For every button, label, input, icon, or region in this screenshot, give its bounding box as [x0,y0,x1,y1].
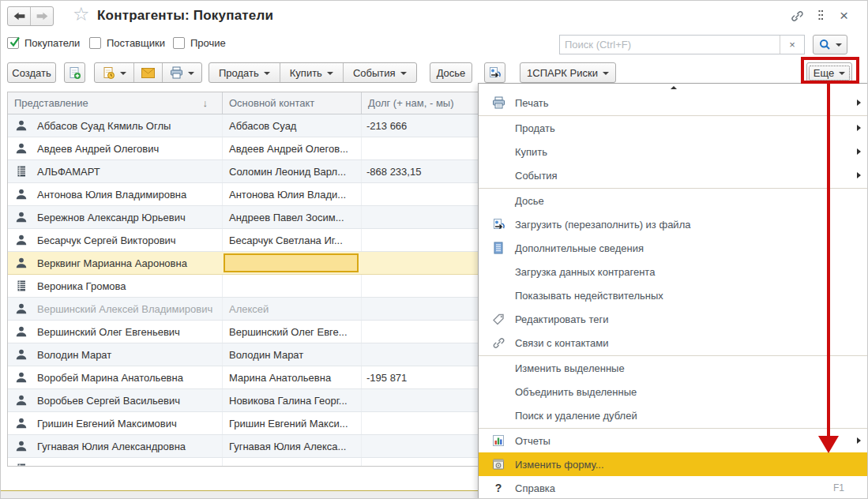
sell-button[interactable]: Продать [209,63,280,82]
cell-presentation[interactable]: Гришин Евгений Максимович [8,412,223,434]
forward-button[interactable] [31,7,53,25]
load-from-file-button[interactable] [484,62,505,83]
cell-presentation[interactable]: Бережнов Александр Юрьевич [8,206,223,228]
favorite-star-icon[interactable]: ☆ [73,3,90,25]
cell-presentation[interactable]: Вершинский Олег Евгеньевич [8,321,223,343]
filter-label: Покупатели [24,37,80,49]
events-button[interactable]: События [344,63,416,82]
cell-contact[interactable] [223,275,362,297]
menu-item-label: Загрузить (перезаполнить) из файла [515,219,690,231]
search-clear-button[interactable]: × [780,36,804,54]
filter-checkbox-2[interactable]: Поставщики [89,37,165,49]
row-name: Воробьев Сергей Васильевич [37,395,180,407]
menu-item[interactable]: Досье [479,189,868,212]
create-group-button[interactable] [64,62,85,83]
menu-item-label: Досье [515,195,544,207]
menu-item[interactable]: Изменить выделенные [479,356,868,380]
cell-presentation[interactable]: Авдеев Андрей Олегович [8,137,223,159]
menu-item[interactable]: Купить [479,140,868,163]
cell-contact[interactable] [223,252,362,274]
cell-contact[interactable]: Авдеев Андрей Олегов... [223,137,362,159]
cell-contact[interactable]: Володин Марат [223,343,362,366]
menu-scroll-up[interactable] [479,84,868,91]
cell-presentation[interactable]: Воробей Марина Анатольевна [8,366,223,388]
menu-item[interactable]: Объединить выделенные [479,380,868,403]
cell-contact[interactable]: Аббасов Суад [223,114,362,137]
cell-contact[interactable]: Новикова Галина Георг... [223,389,362,411]
cell-presentation[interactable]: АЛЬФАМАРТ [8,160,223,182]
back-button[interactable] [8,7,31,25]
search-button[interactable] [813,35,847,54]
menu-item[interactable]: Дополнительные сведения [479,236,868,260]
cell-contact[interactable]: Алексей [223,298,362,320]
cell-contact[interactable]: Антонова Юлия Влади... [223,183,362,205]
cell-contact[interactable] [223,458,362,467]
focused-cell[interactable] [224,253,359,272]
search-input[interactable] [560,36,780,54]
cell-presentation[interactable]: Вершинский Алексей Владимирович [8,298,223,320]
row-contact: Авдеев Андрей Олегов... [229,143,348,155]
print-button[interactable] [163,63,201,82]
dossier-button[interactable]: Досье [430,62,472,83]
cell-presentation[interactable]: Бесарчук Сергей Викторович [8,229,223,251]
menu-item[interactable]: Загрузить (перезаполнить) из файла [479,212,868,236]
menu-item[interactable]: ?СправкаF1 [479,476,868,499]
menu-item[interactable]: Поиск и удаление дублей [479,403,868,427]
filter-checkbox-3[interactable]: Прочие [173,37,226,49]
menu-item[interactable]: События [479,163,868,187]
menu-item[interactable]: Отчеты [479,429,868,452]
menu-item[interactable]: Продать [479,116,868,140]
close-icon[interactable]: × [840,7,848,24]
menu-item-label: Поиск и удаление дублей [515,410,637,422]
menu-item[interactable]: Связи с контактами [479,331,868,355]
row-contact: Вершинский Олег Евге... [229,326,348,338]
spark-risks-button[interactable]: 1СПАРК Риски [520,62,616,83]
checkbox-unchecked-icon[interactable] [173,37,185,49]
menu-item-icon-placeholder [491,121,505,135]
cell-presentation[interactable]: Вероника Громова [8,275,223,297]
menu-item[interactable]: Загрузка данных контрагента [479,260,868,283]
checkbox-checked-icon[interactable] [7,37,19,49]
filter-checkbox-1[interactable]: Покупатели [7,37,80,49]
menu-item[interactable]: Редактировать теги [479,307,868,331]
send-email-button[interactable] [134,63,163,82]
column-header-contact[interactable]: Основной контакт [223,92,362,114]
buy-button[interactable]: Купить [280,63,344,82]
menu-item[interactable]: Печать [479,91,868,114]
menu-item-icon-placeholder [491,408,505,422]
link-icon[interactable] [791,9,804,25]
checkbox-unchecked-icon[interactable] [89,37,101,49]
cell-contact[interactable]: Вершинский Олег Евге... [223,321,362,343]
cell-contact[interactable]: Бесарчук Светлана Иг... [223,229,362,251]
menu-item-icon-placeholder [491,361,505,375]
menu-item-label: Редактировать теги [515,313,608,325]
menu-item[interactable]: Показывать недействительных [479,283,868,307]
menu-item-label: Изменить форму... [515,459,604,471]
row-contact: Андреев Павел Зосим... [229,212,344,223]
cell-presentation[interactable]: Верквинг Марианна Аароновна [8,252,223,274]
cell-contact[interactable]: Гришин Евгений Макси... [223,412,362,434]
row-name: Володин Марат [37,349,111,361]
cell-presentation[interactable]: Аббасов Суад Кямиль Оглы [8,114,223,137]
more-menu-dots-icon[interactable] [818,10,824,24]
cell-contact[interactable]: Гугнавая Юлия Алекса... [223,435,362,457]
row-name: Аббасов Суад Кямиль Оглы [37,120,171,132]
menu-item-label: Справка [515,482,555,494]
cell-presentation[interactable]: Володин Марат [8,343,223,366]
sort-descending-icon: ↓ [203,97,209,109]
cell-presentation[interactable]: Воробьев Сергей Васильевич [8,389,223,411]
cell-contact[interactable]: Марина Анатольевна [223,366,362,388]
cell-contact[interactable]: Андреев Павел Зосим... [223,206,362,228]
cell-contact[interactable]: Соломин Леонид Варл... [223,160,362,182]
cell-presentation[interactable]: Антонова Юлия Владимировна [8,183,223,205]
cell-presentation[interactable] [8,458,223,467]
column-header-presentation[interactable]: Представление↓ [8,92,223,114]
row-contact: Володин Марат [229,349,303,361]
menu-item[interactable]: Изменить форму... [479,452,868,476]
create-based-on-button[interactable] [95,63,134,82]
row-debt: -213 666 [366,120,407,132]
create-button[interactable]: Создать [7,62,56,83]
cell-presentation[interactable]: Гугнавая Юлия Александровна [8,435,223,457]
person-icon [15,119,28,132]
search-box: × [559,35,805,54]
